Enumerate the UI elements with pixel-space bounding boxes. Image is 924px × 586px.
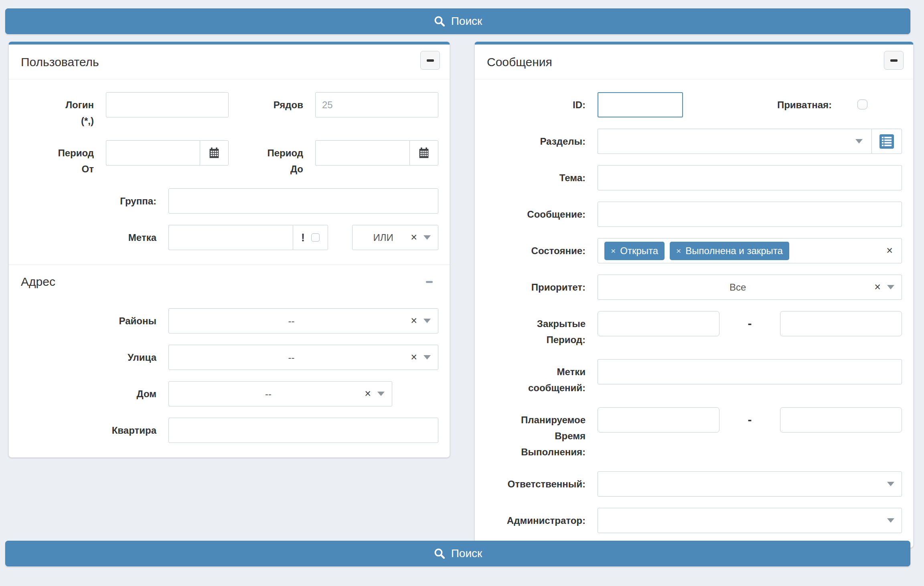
id-input[interactable] — [598, 92, 683, 117]
subject-row: Тема: — [486, 165, 902, 190]
period-from-input[interactable] — [106, 140, 200, 166]
period-to-input[interactable] — [315, 140, 409, 166]
search-button-top[interactable]: Поиск — [5, 8, 910, 34]
messages-panel-title: Сообщения — [487, 55, 552, 69]
period-from-label: Период От — [20, 140, 106, 177]
user-panel: Пользователь Логин (*,) Рядов Период От — [8, 42, 450, 458]
period-from-calendar-button[interactable] — [200, 140, 229, 166]
closed-period-from-input[interactable] — [598, 311, 719, 336]
remove-tag-icon[interactable]: × — [676, 246, 681, 256]
state-clear-button[interactable]: × — [886, 245, 893, 256]
minus-icon — [890, 59, 898, 62]
street-clear-button[interactable]: × — [411, 352, 417, 363]
login-input[interactable] — [106, 92, 229, 117]
search-icon — [434, 15, 446, 27]
search-button-bottom[interactable]: Поиск — [5, 541, 910, 566]
message-tags-label: Метки сообщений: — [486, 359, 598, 396]
house-clear-button[interactable]: × — [365, 388, 371, 399]
responsible-select[interactable] — [598, 471, 902, 497]
planned-time-label: Планируемое Время Выполнения: — [486, 407, 598, 460]
minus-icon — [427, 59, 434, 62]
state-tag-done-closed[interactable]: × Выполнена и закрыта — [670, 242, 789, 260]
message-input[interactable] — [598, 202, 902, 227]
caret-down-icon — [887, 482, 894, 486]
priority-select-value: Все — [605, 282, 870, 293]
user-panel-collapse-button[interactable] — [420, 51, 440, 70]
period-row: Период От Период До — [20, 140, 438, 177]
sections-group — [598, 129, 902, 154]
period-to-calendar-button[interactable] — [409, 140, 438, 166]
planned-time-from-input[interactable] — [598, 407, 719, 432]
rows-label: Рядов — [229, 92, 315, 113]
or-clear-button[interactable]: × — [411, 232, 417, 243]
id-label: ID: — [486, 92, 598, 113]
apartment-input[interactable] — [168, 418, 438, 443]
sections-label: Разделы: — [486, 129, 598, 150]
districts-label: Районы — [20, 308, 168, 329]
group-label: Группа: — [20, 188, 168, 209]
address-section-body: Районы -- × Улица -- × Дом -- × Ква — [9, 295, 450, 457]
admin-select[interactable] — [598, 508, 902, 533]
closed-period-to-input[interactable] — [780, 311, 902, 336]
priority-row: Приоритет: Все × — [486, 275, 902, 300]
priority-select[interactable]: Все × — [598, 275, 902, 300]
user-panel-body: Логин (*,) Рядов Период От — [9, 79, 450, 265]
tag-input[interactable] — [168, 225, 293, 250]
messages-panel-header: Сообщения — [475, 44, 913, 79]
rows-input[interactable] — [315, 92, 438, 117]
tag-not-checkbox[interactable] — [311, 233, 320, 242]
admin-label: Администратор: — [486, 508, 598, 529]
address-collapse-button[interactable] — [426, 281, 433, 283]
message-tags-input[interactable] — [598, 359, 902, 384]
districts-clear-button[interactable]: × — [411, 315, 417, 326]
user-panel-header: Пользователь — [9, 44, 450, 79]
or-select[interactable]: ИЛИ × — [352, 225, 438, 250]
user-panel-title: Пользователь — [21, 55, 99, 69]
private-checkbox[interactable] — [857, 99, 867, 109]
tag-not-addon: ! — [293, 225, 328, 250]
admin-row: Администратор: — [486, 508, 902, 533]
responsible-row: Ответственный: — [486, 471, 902, 497]
range-dash: - — [719, 407, 780, 427]
messages-panel: Сообщения ID: Приватная: Разделы: — [474, 42, 914, 548]
caret-down-icon — [887, 518, 894, 523]
caret-down-icon — [424, 355, 431, 360]
caret-down-icon — [887, 285, 894, 289]
street-select[interactable]: -- × — [168, 345, 438, 370]
remove-tag-icon[interactable]: × — [611, 246, 616, 256]
group-input[interactable] — [168, 188, 438, 214]
apartment-label: Квартира — [20, 418, 168, 438]
search-button-label: Поиск — [451, 15, 482, 28]
tag-label: Метка — [20, 225, 168, 246]
state-tag-open-label: Открыта — [620, 245, 658, 257]
priority-clear-button[interactable]: × — [874, 282, 881, 293]
state-row: Состояние: × Открыта × Выполнена и закры… — [486, 238, 902, 263]
responsible-label: Ответственный: — [486, 471, 598, 492]
subject-label: Тема: — [486, 165, 598, 186]
sections-select[interactable] — [598, 129, 871, 154]
period-to-label: Период До — [229, 140, 315, 177]
house-select-value: -- — [176, 388, 361, 400]
messages-panel-collapse-button[interactable] — [884, 51, 904, 70]
districts-select-value: -- — [176, 315, 407, 327]
or-select-value: ИЛИ — [360, 232, 407, 243]
state-tag-done-closed-label: Выполнена и закрыта — [685, 245, 783, 257]
closed-period-row: Закрытые Период: - — [486, 311, 902, 348]
sections-list-button[interactable] — [871, 129, 902, 154]
districts-select[interactable]: -- × — [168, 308, 438, 333]
apartment-row: Квартира — [20, 418, 438, 443]
search-icon — [434, 548, 446, 560]
priority-label: Приоритет: — [486, 275, 598, 295]
subject-input[interactable] — [598, 165, 902, 190]
caret-down-icon — [855, 139, 863, 143]
address-section-header: Адрес — [9, 265, 450, 295]
calendar-icon — [418, 148, 430, 159]
state-tag-open[interactable]: × Открыта — [604, 242, 665, 260]
caret-down-icon — [424, 319, 431, 323]
list-icon — [879, 134, 894, 149]
state-multiselect[interactable]: × Открыта × Выполнена и закрыта × — [598, 238, 902, 263]
group-row: Группа: — [20, 188, 438, 214]
house-select[interactable]: -- × — [168, 381, 392, 406]
planned-time-to-input[interactable] — [780, 407, 902, 432]
range-dash: - — [719, 311, 780, 331]
